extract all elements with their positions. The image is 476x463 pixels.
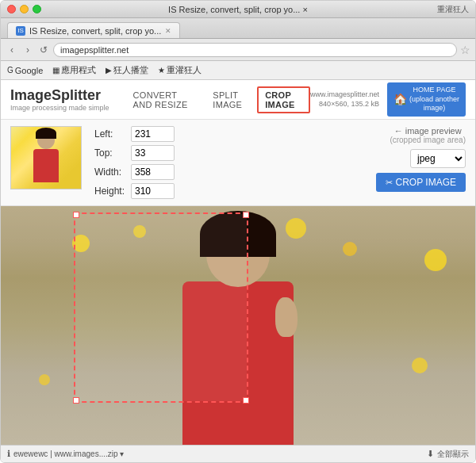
preview-person bbox=[29, 132, 63, 187]
width-label: Width: bbox=[94, 166, 126, 178]
top-label: Top: bbox=[94, 147, 126, 159]
home-page-button[interactable]: 🏠 HOME PAGE (upload another image) bbox=[387, 82, 466, 117]
back-button[interactable]: ‹ bbox=[6, 44, 18, 56]
nav-links: CONVERT AND RESIZE SPLIT IMAGE CROP IMAG… bbox=[125, 80, 310, 120]
url-text: imagepsplitter.net bbox=[60, 45, 129, 55]
height-control-row: Height: bbox=[94, 183, 190, 199]
home-btn-label: HOME PAGE (upload another image) bbox=[409, 86, 459, 113]
deco-circle-7 bbox=[412, 358, 428, 373]
crop-image-button[interactable]: ✂ CROP IMAGE bbox=[376, 173, 466, 192]
right-panel: ← image preview (cropped image area) jpe… bbox=[376, 126, 466, 192]
crop-selection-box[interactable] bbox=[74, 212, 248, 403]
format-select[interactable]: jpeg png gif bbox=[410, 149, 466, 168]
address-input[interactable]: imagepsplitter.net bbox=[53, 43, 457, 57]
bookmark-label: 應用程式 bbox=[61, 64, 96, 76]
left-label: Left: bbox=[94, 128, 126, 140]
status-left: ℹ ewewewc | www.images....zip ▾ bbox=[7, 449, 124, 459]
format-row: jpeg png gif bbox=[410, 149, 466, 168]
title-bar: IS Resize, convert, split, crop yo... × … bbox=[1, 1, 475, 18]
nav-crop[interactable]: CROP IMAGE bbox=[257, 86, 310, 113]
logo-area: ImageSplitter Image processing made simp… bbox=[10, 87, 109, 112]
star-icon: ★ bbox=[158, 66, 165, 75]
browser-tab[interactable]: IS IS Resize, convert, split, crop yo...… bbox=[7, 22, 180, 38]
main-image-area[interactable] bbox=[1, 206, 475, 445]
maximize-button[interactable] bbox=[33, 5, 41, 13]
bookmarks-bar: G Google ▦ 應用程式 ▶ 狂人播堂 ★ 重灌狂人 bbox=[1, 61, 475, 80]
left-input[interactable] bbox=[131, 126, 175, 142]
crop-handle-tr[interactable] bbox=[243, 212, 249, 218]
preview-head bbox=[37, 132, 55, 149]
crop-handle-tl[interactable] bbox=[73, 212, 79, 218]
reload-button[interactable]: ↺ bbox=[37, 44, 50, 56]
bookmark-label: 狂人播堂 bbox=[113, 64, 148, 76]
width-control-row: Width: bbox=[94, 164, 190, 180]
preview-label-text: ← image preview bbox=[394, 126, 462, 136]
info-icon: ℹ bbox=[7, 449, 10, 459]
main-hand bbox=[275, 297, 298, 337]
top-control-row: Top: bbox=[94, 145, 190, 161]
status-right[interactable]: ⬇ 全部顯示 bbox=[427, 449, 469, 460]
title-right: 重灌狂人 bbox=[437, 4, 469, 15]
nav-split[interactable]: SPLIT IMAGE bbox=[205, 80, 257, 120]
logo-title: ImageSplitter bbox=[10, 87, 109, 104]
player-icon: ▶ bbox=[106, 66, 112, 75]
bookmark-apps[interactable]: ▦ 應用程式 bbox=[52, 64, 96, 76]
app-header: ImageSplitter Image processing made simp… bbox=[1, 80, 475, 120]
bookmark-player[interactable]: ▶ 狂人播堂 bbox=[106, 64, 148, 76]
preview-sub-text: (cropped image area) bbox=[390, 136, 466, 144]
bookmark-label: Google bbox=[15, 66, 43, 75]
preview-label: ← image preview (cropped image area) bbox=[390, 126, 466, 144]
crop-handle-br[interactable] bbox=[243, 397, 249, 404]
home-icon: 🏠 bbox=[393, 92, 407, 106]
browser-frame: IS Resize, convert, split, crop yo... × … bbox=[0, 0, 476, 463]
google-icon: G bbox=[7, 66, 13, 75]
url-badge: www.imagesplitter.net 840×560, 135.2 kB bbox=[310, 90, 379, 109]
status-bar: ℹ ewewewc | www.images....zip ▾ ⬇ 全部顯示 bbox=[1, 445, 475, 462]
crop-btn-icon: ✂ bbox=[386, 178, 393, 188]
tab-close-icon[interactable]: ✕ bbox=[165, 27, 171, 35]
preview-hair bbox=[36, 128, 56, 139]
address-bar: ‹ › ↺ imagepsplitter.net ☆ bbox=[1, 39, 475, 61]
deco-circle-6 bbox=[39, 374, 50, 385]
window-title: IS Resize, convert, split, crop yo... × bbox=[168, 5, 308, 14]
bookmark-google[interactable]: G Google bbox=[7, 66, 43, 75]
bookmark-label: 重灌狂人 bbox=[167, 64, 202, 76]
traffic-lights bbox=[7, 5, 41, 13]
tab-label: IS Resize, convert, split, crop yo... bbox=[29, 26, 161, 36]
close-button[interactable] bbox=[7, 5, 16, 13]
crop-area: Left: Top: Width: Height: bbox=[1, 120, 475, 206]
width-input[interactable] bbox=[131, 164, 175, 180]
crop-handle-bl[interactable] bbox=[73, 397, 79, 404]
preview-body bbox=[33, 149, 59, 182]
logo-subtitle: Image processing made simple bbox=[10, 104, 109, 112]
nav-right: www.imagesplitter.net 840×560, 135.2 kB … bbox=[310, 82, 466, 117]
tab-bar: IS IS Resize, convert, split, crop yo...… bbox=[1, 18, 475, 39]
download-label: 全部顯示 bbox=[437, 449, 469, 460]
download-icon: ⬇ bbox=[427, 449, 434, 459]
bookmark-star-icon[interactable]: ☆ bbox=[460, 44, 470, 56]
nav-convert[interactable]: CONVERT AND RESIZE bbox=[125, 80, 205, 120]
height-input[interactable] bbox=[131, 183, 175, 199]
apps-icon: ▦ bbox=[52, 66, 60, 75]
crop-selection-inner bbox=[75, 214, 247, 401]
top-input[interactable] bbox=[131, 145, 175, 161]
app-content: ImageSplitter Image processing made simp… bbox=[1, 80, 475, 462]
crop-preview-box bbox=[10, 126, 82, 189]
crop-preview-image bbox=[11, 127, 81, 189]
bookmark-reloader[interactable]: ★ 重灌狂人 bbox=[158, 64, 202, 76]
height-label: Height: bbox=[94, 186, 126, 197]
status-text: ewewewc | www.images....zip ▾ bbox=[13, 450, 124, 458]
crop-btn-label: CROP IMAGE bbox=[396, 177, 456, 188]
room-background bbox=[1, 206, 475, 445]
left-control-row: Left: bbox=[94, 126, 190, 142]
tab-favicon: IS bbox=[16, 26, 25, 36]
deco-circle-4 bbox=[343, 242, 357, 256]
controls-panel: Left: Top: Width: Height: bbox=[94, 126, 190, 199]
forward-button[interactable]: › bbox=[21, 44, 34, 56]
minimize-button[interactable] bbox=[20, 5, 29, 13]
